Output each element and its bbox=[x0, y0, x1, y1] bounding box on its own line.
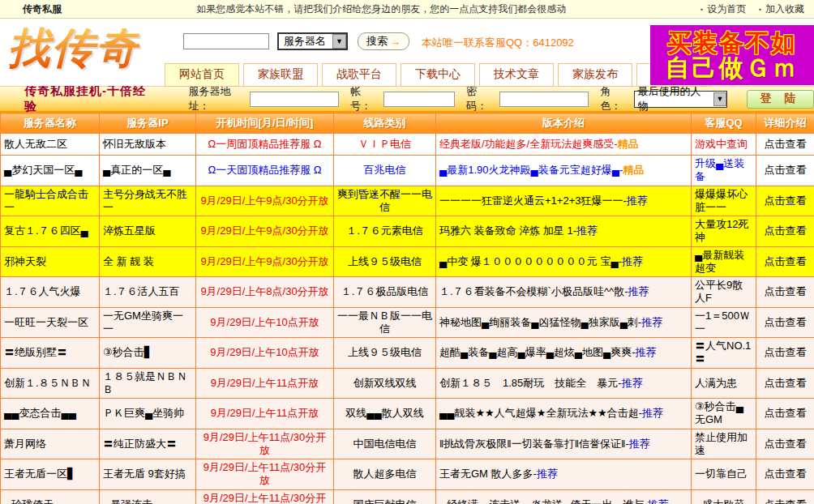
line-type: 散人超多电信 bbox=[334, 459, 436, 490]
version-tag: 推荐 bbox=[627, 194, 648, 207]
server-name: ▄梦幻天国一区▄ bbox=[1, 156, 100, 186]
version-tag: 推荐 bbox=[628, 285, 649, 297]
detail-link[interactable]: 点击查看 bbox=[756, 216, 814, 247]
set-home-link[interactable]: ▪ 设为首页 bbox=[700, 2, 746, 16]
nav-tab[interactable]: 家族发布 bbox=[558, 63, 632, 87]
role-select[interactable]: 最后使用的人物 ▼ bbox=[634, 91, 727, 108]
server-address-input[interactable] bbox=[250, 92, 339, 107]
search-bar: 服务器名 ▼ 搜索 → bbox=[183, 32, 409, 50]
server-name: 复古１.７６四区▄ bbox=[1, 216, 100, 247]
detail-link[interactable]: 点击查看 bbox=[756, 134, 814, 156]
detail-link[interactable]: 点击查看 bbox=[756, 459, 814, 490]
open-time: 9月/29日/上午8点/30分开放 bbox=[196, 277, 334, 308]
server-ip: 主号分身战无不胜一 bbox=[100, 186, 196, 216]
version-text: ‖挑战骨灰极限‖一切装备靠打‖信誉保证‖- bbox=[439, 438, 629, 450]
detail-link[interactable]: 点击查看 bbox=[756, 489, 814, 504]
server-address-label: 服务器地址： bbox=[189, 84, 250, 113]
login-bar-title: 传奇私服挂机-千倍经验 bbox=[24, 83, 155, 114]
detail-link[interactable]: 点击查看 bbox=[756, 429, 814, 459]
qq: 大量攻12死神 bbox=[692, 216, 756, 247]
open-time: 9月/29日/上午9点/30分开放 bbox=[196, 246, 334, 277]
line-type: 一一最ＮＢ版一一电信 bbox=[334, 307, 436, 338]
line-type: 国庆巨献电信 bbox=[334, 489, 436, 504]
table-row: １.７６人气火爆 １.７６活人五百 9月/29日/上午8点/30分开放 １.７６… bbox=[1, 277, 814, 308]
account-input[interactable] bbox=[383, 92, 455, 107]
server-name: 一旺旺一天裂一区 bbox=[1, 307, 100, 338]
version-text: 创新１８５ 1.85耐玩 技能全 暴元- bbox=[439, 377, 622, 389]
open-time: 9月/29日/上午11点开放 bbox=[196, 368, 334, 399]
detail-link[interactable]: 点击查看 bbox=[756, 186, 814, 216]
line-type: 创新双线双线 bbox=[334, 368, 436, 399]
nav-tab-label: 下载中心 bbox=[415, 67, 461, 80]
account-label: 帐 号： bbox=[350, 84, 383, 113]
ad-banner[interactable]: 买装备不如 自己做Ｇｍ bbox=[650, 25, 814, 85]
nav-tab[interactable]: 技术文章 bbox=[479, 63, 554, 87]
table-row: 一旺旺一天裂一区 一无GM坐骑爽一一 9月/29日/上午10点开放 一一最ＮＢ版… bbox=[1, 307, 814, 338]
password-input[interactable] bbox=[499, 92, 589, 107]
version-tag: 推荐 bbox=[576, 224, 598, 237]
open-time: 9月/29日/上午10点开放 bbox=[196, 338, 334, 369]
line-type: １.７６极品版电信 bbox=[334, 277, 436, 308]
qq: ▄盛大歇菜▄ bbox=[692, 489, 756, 504]
version-tag: 推荐 bbox=[648, 498, 669, 504]
qq: 升级▄送装备 bbox=[692, 156, 756, 186]
detail-link[interactable]: 点击查看 bbox=[756, 368, 814, 399]
add-favorite-link[interactable]: ▪ 加入收藏 bbox=[759, 2, 804, 16]
version-tag: 推荐 bbox=[629, 438, 650, 450]
login-bar: 传奇私服挂机-千倍经验 服务器地址： 帐 号： 密 码： 角 色： 最后使用的人… bbox=[0, 86, 814, 113]
line-type: 百兆电信 bbox=[334, 156, 436, 186]
nav-tab-label: 技术文章 bbox=[494, 67, 539, 80]
nav-tabs: 网站首页 家族联盟 战歌平台 下载中心 技术文章 家族发布 游戏发布 bbox=[165, 63, 711, 87]
version-text: ▄中变 爆１０００００００００元 宝▄- bbox=[439, 255, 622, 267]
server-ip: １.７６活人五百 bbox=[100, 277, 196, 308]
site-logo: 找传奇 bbox=[8, 20, 139, 77]
detail-link[interactable]: 点击查看 bbox=[756, 156, 814, 186]
nav-tab[interactable]: 下载中心 bbox=[401, 63, 475, 87]
open-time: 9月/29日/上午9点/30分开放 bbox=[196, 216, 334, 247]
search-input[interactable] bbox=[183, 33, 269, 49]
nav-tab[interactable]: 战歌平台 bbox=[322, 63, 396, 87]
version-text: 经典老版/功能超多/全新玩法超爽感受- bbox=[439, 138, 618, 150]
version-tag: 精品 bbox=[623, 164, 644, 176]
set-home-label: 设为首页 bbox=[707, 2, 746, 16]
topbar-links: ▪ 设为首页 ▪ 加入收藏 bbox=[700, 2, 804, 16]
search-category-select[interactable]: 服务器名 ▼ bbox=[277, 32, 348, 50]
detail-link[interactable]: 点击查看 bbox=[756, 307, 814, 338]
search-button[interactable]: 搜索 → bbox=[358, 32, 409, 50]
detail-link[interactable]: 点击查看 bbox=[756, 246, 814, 277]
server-name: 邪神天裂 bbox=[1, 246, 100, 277]
version-text: １.７６看装备不会模糊`小极品版哇^^散- bbox=[439, 285, 628, 297]
version-tag: 推荐 bbox=[642, 407, 663, 419]
bullet-icon: ▪ bbox=[700, 6, 703, 13]
detail-link[interactable]: 点击查看 bbox=[756, 277, 814, 308]
detail-link[interactable]: 点击查看 bbox=[756, 399, 814, 429]
open-time: 9月/29日/上午11点开放 bbox=[196, 399, 334, 429]
nav-tab-label: 战歌平台 bbox=[336, 67, 382, 80]
search-button-label: 搜索 bbox=[366, 34, 388, 49]
add-favorite-label: 加入收藏 bbox=[765, 2, 804, 16]
server-name: ▄珍珑倚天▄ bbox=[1, 489, 100, 504]
server-ip: 一无GM坐骑爽一一 bbox=[100, 307, 196, 338]
server-ip: 全 新 靓 装 bbox=[100, 246, 196, 277]
open-time: 9月/29日/上午11点/30分开放 bbox=[196, 429, 334, 459]
open-time: Ω一周固顶精品推荐服 Ω bbox=[196, 134, 334, 156]
server-table-body: 散人无敌二区 怀旧无敌版本 Ω一周固顶精品推荐服 Ω ＶＩＰ电信 经典老版/功能… bbox=[1, 134, 814, 504]
qq: 一切靠自己 bbox=[692, 459, 756, 490]
line-type: 中国电信电信 bbox=[334, 429, 436, 459]
line-type: 上线９５级电信 bbox=[334, 246, 436, 277]
table-row: ▄珍珑倚天▄ ▄暴强连击▄ 9月/29日/上午11点/30分开放 国庆巨献电信 … bbox=[1, 489, 814, 504]
nav-tab[interactable]: 家族联盟 bbox=[243, 63, 318, 87]
nav-tab[interactable]: 网站首页 bbox=[165, 63, 239, 87]
qq: ▄最新靓装超变 bbox=[692, 246, 756, 277]
server-ip: 怀旧无敌版本 bbox=[100, 134, 196, 156]
version-text: 一一一一狂雷逆火通云+1+2+3狂爆一一- bbox=[439, 194, 627, 207]
detail-link[interactable]: 点击查看 bbox=[756, 338, 814, 369]
server-name: ▄▄变态合击▄▄ bbox=[1, 399, 100, 429]
table-row: 邪神天裂 全 新 靓 装 9月/29日/上午9点/30分开放 上线９５级电信 ▄… bbox=[1, 246, 814, 277]
role-select-value: 最后使用的人物 bbox=[638, 84, 709, 113]
version-text: 王者无GM 散人多多- bbox=[439, 468, 537, 480]
line-type: ＶＩＰ电信 bbox=[334, 134, 436, 156]
ad-banner-line2: 自己做Ｇｍ bbox=[666, 55, 799, 81]
nav-tab-label: 家族联盟 bbox=[258, 67, 303, 80]
login-button[interactable]: 登 陆 bbox=[747, 90, 814, 109]
